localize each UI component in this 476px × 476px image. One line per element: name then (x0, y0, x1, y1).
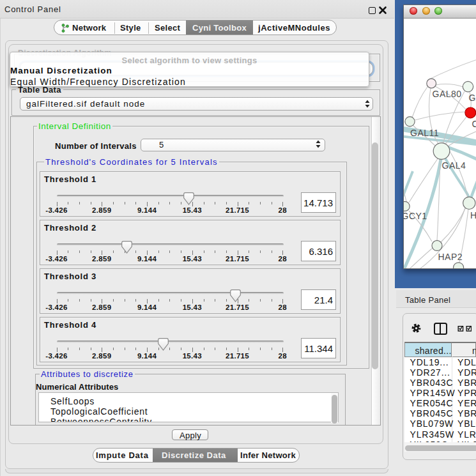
svg-text:GA: GA (469, 93, 476, 103)
svg-text:GAL4: GAL4 (442, 160, 466, 171)
svg-text:GAL80: GAL80 (433, 89, 462, 99)
svg-text:C: C (472, 119, 476, 129)
svg-text:H: H (470, 210, 476, 220)
svg-text:GAL11: GAL11 (410, 128, 439, 138)
svg-text:GCY1: GCY1 (404, 211, 427, 221)
svg-text:HAP2: HAP2 (438, 252, 463, 262)
